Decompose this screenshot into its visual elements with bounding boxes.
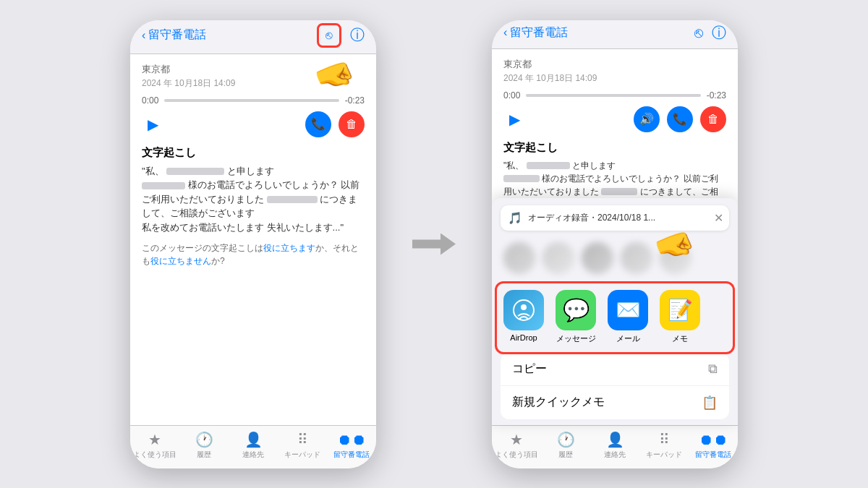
left-time-end: -0:23 bbox=[345, 95, 365, 106]
airdrop-label: AirDrop bbox=[510, 333, 537, 342]
keypad-icon: ⠿ bbox=[297, 431, 308, 448]
mail-app[interactable]: ✉️ メール bbox=[608, 290, 648, 344]
left-controls: ▶ 📞 🗑 bbox=[142, 111, 365, 137]
phone-icon: 📞 bbox=[673, 112, 687, 126]
tab-contacts[interactable]: 👤 連絡先 bbox=[229, 431, 278, 460]
close-button[interactable]: ✕ bbox=[714, 211, 723, 225]
play-button[interactable]: ▶ bbox=[142, 114, 163, 135]
right-back-button[interactable]: ‹ 留守番電話 bbox=[503, 25, 568, 40]
right-play-button[interactable]: ▶ bbox=[503, 108, 525, 130]
right-transcript-title: 文字起こし bbox=[503, 141, 726, 155]
transcript-title: 文字起こし bbox=[142, 146, 365, 160]
notes-icon: 📝 bbox=[660, 290, 700, 330]
contact-1 bbox=[503, 242, 535, 277]
copy-action[interactable]: コピー ⧉ bbox=[501, 353, 729, 386]
share-button-highlighted[interactable]: ⎋ bbox=[317, 23, 341, 48]
transcript-text-5: 私を改めてお電話いたします 失礼いたします..." bbox=[142, 222, 344, 233]
right-tab-contacts[interactable]: 👤 連絡先 bbox=[590, 431, 639, 460]
transcript-text-2: と申します bbox=[227, 166, 274, 176]
right-tab-voicemail[interactable]: ⏺⏺ 留守番電話 bbox=[689, 432, 738, 460]
left-nav-title: 留守番電話 bbox=[148, 27, 206, 43]
right-tab-favorites[interactable]: ★ よく使う項目 bbox=[492, 431, 541, 460]
right-tab-keypad-label: キーパッド bbox=[646, 450, 682, 460]
share-actions: コピー ⧉ 新規クイックメモ 📋 bbox=[501, 353, 729, 419]
arrow-section bbox=[405, 234, 463, 255]
airdrop-app[interactable]: AirDrop bbox=[503, 290, 544, 344]
transcript-body: "私、 と申します 様のお電話でよろしいでしょうか？ 以前ご利用いただいておりま… bbox=[142, 164, 365, 235]
right-progress-bar[interactable] bbox=[526, 94, 700, 97]
right-tab-keypad[interactable]: ⠿ キーパッド bbox=[639, 431, 689, 460]
progress-bar-bg[interactable] bbox=[164, 99, 339, 102]
left-feedback: このメッセージの文字起こしは役に立ちますか、それとも役に立ちませんか? bbox=[142, 241, 365, 267]
tab-contacts-label: 連絡先 bbox=[242, 450, 264, 460]
mail-label: メール bbox=[616, 333, 640, 344]
right-tab-recents-label: 履歴 bbox=[558, 450, 573, 460]
right-speaker-button[interactable]: 🔊 bbox=[634, 106, 660, 132]
messages-app[interactable]: 💬 メッセージ bbox=[556, 290, 596, 344]
right-action-btns: 🔊 📞 🗑 bbox=[634, 106, 726, 132]
star-icon: ★ bbox=[148, 431, 161, 448]
left-nav-bar: ‹ 留守番電話 ⎋ ⓘ bbox=[130, 20, 376, 54]
svg-point-1 bbox=[521, 304, 527, 310]
tab-favorites[interactable]: ★ よく使う項目 bbox=[130, 431, 179, 460]
left-date: 2024 年 10月18日 14:09 bbox=[142, 77, 365, 90]
right-delete-button[interactable]: 🗑 bbox=[700, 106, 726, 132]
contact-4 bbox=[621, 242, 652, 277]
tab-recents[interactable]: 🕐 履歴 bbox=[179, 431, 229, 460]
app-icons-section: AirDrop 💬 メッセージ ✉️ メール 📝 メモ bbox=[492, 283, 738, 353]
right-call-button[interactable]: 📞 bbox=[667, 106, 693, 132]
share-icon-right[interactable]: ⎋ bbox=[694, 25, 703, 41]
info-icon[interactable]: ⓘ bbox=[350, 25, 365, 45]
mail-icon: ✉️ bbox=[608, 290, 648, 330]
person-icon: 👤 bbox=[244, 431, 263, 448]
transcript-line1: "私、 bbox=[142, 166, 164, 176]
contacts-row bbox=[492, 236, 738, 283]
share-sheet: 🎵 オーディオ録音・2024/10/18 1... ✕ bbox=[492, 198, 738, 425]
right-controls: 📞 🗑 bbox=[305, 111, 365, 137]
info-icon-right[interactable]: ⓘ bbox=[712, 23, 726, 43]
helpful-link[interactable]: 役に立ちます bbox=[263, 243, 315, 253]
tab-voicemail[interactable]: ⏺⏺ 留守番電話 bbox=[327, 432, 376, 460]
left-phone: ‹ 留守番電話 ⎋ ⓘ 東京都 2024 年 10月18日 14:09 0:00… bbox=[130, 20, 376, 468]
tab-favorites-label: よく使う項目 bbox=[133, 450, 176, 460]
clock-icon: 🕐 bbox=[195, 431, 213, 448]
quickmemo-action[interactable]: 新規クイックメモ 📋 bbox=[501, 386, 729, 419]
messages-label: メッセージ bbox=[556, 333, 596, 344]
waveform-icon: 🎵 bbox=[508, 211, 522, 225]
right-redact-2 bbox=[503, 175, 540, 182]
right-redact-1 bbox=[527, 162, 570, 169]
trash-icon: 🗑 bbox=[346, 118, 357, 131]
left-back-button[interactable]: ‹ 留守番電話 bbox=[142, 27, 206, 43]
left-tab-bar: ★ よく使う項目 🕐 履歴 👤 連絡先 ⠿ キーパッド ⏺⏺ 留守番電話 bbox=[130, 425, 376, 468]
right-time-end: -0:23 bbox=[707, 90, 726, 100]
right-tab-recents[interactable]: 🕐 履歴 bbox=[541, 431, 590, 460]
right-progress: 0:00 -0:23 bbox=[503, 90, 726, 100]
notes-app[interactable]: 📝 メモ bbox=[660, 290, 700, 344]
redact-2 bbox=[142, 182, 185, 189]
right-nav-bar: ‹ 留守番電話 ⎋ ⓘ bbox=[492, 20, 738, 49]
notes-label: メモ bbox=[672, 333, 688, 344]
right-controls: ▶ 🔊 📞 🗑 bbox=[503, 106, 726, 132]
chevron-left-icon-right: ‹ bbox=[503, 26, 507, 39]
right-location: 東京都 bbox=[503, 58, 726, 71]
right-redact-3 bbox=[601, 188, 637, 195]
copy-icon: ⧉ bbox=[708, 361, 718, 377]
delete-button[interactable]: 🗑 bbox=[339, 111, 365, 137]
left-location: 東京都 bbox=[142, 63, 365, 76]
speaker-button[interactable]: 📞 bbox=[305, 111, 331, 137]
volume-icon: 🔊 bbox=[639, 112, 654, 126]
right-star-icon: ★ bbox=[510, 431, 523, 448]
right-keypad-icon: ⠿ bbox=[659, 431, 670, 448]
audio-preview-card: 🎵 オーディオ録音・2024/10/18 1... ✕ bbox=[501, 205, 729, 231]
right-tab-voicemail-label: 留守番電話 bbox=[695, 450, 731, 460]
contact-2 bbox=[542, 242, 574, 277]
copy-label: コピー bbox=[512, 361, 547, 377]
app-icons-row: AirDrop 💬 メッセージ ✉️ メール 📝 メモ bbox=[492, 283, 738, 353]
not-helpful-link[interactable]: 役に立ちません bbox=[150, 256, 211, 266]
left-nav-actions: ⎋ ⓘ bbox=[317, 23, 365, 48]
share-icon: ⎋ bbox=[326, 29, 333, 42]
tab-keypad[interactable]: ⠿ キーパッド bbox=[278, 431, 327, 460]
redact-1 bbox=[166, 168, 224, 175]
tab-voicemail-label: 留守番電話 bbox=[333, 450, 370, 460]
right-clock-icon: 🕐 bbox=[557, 431, 575, 448]
